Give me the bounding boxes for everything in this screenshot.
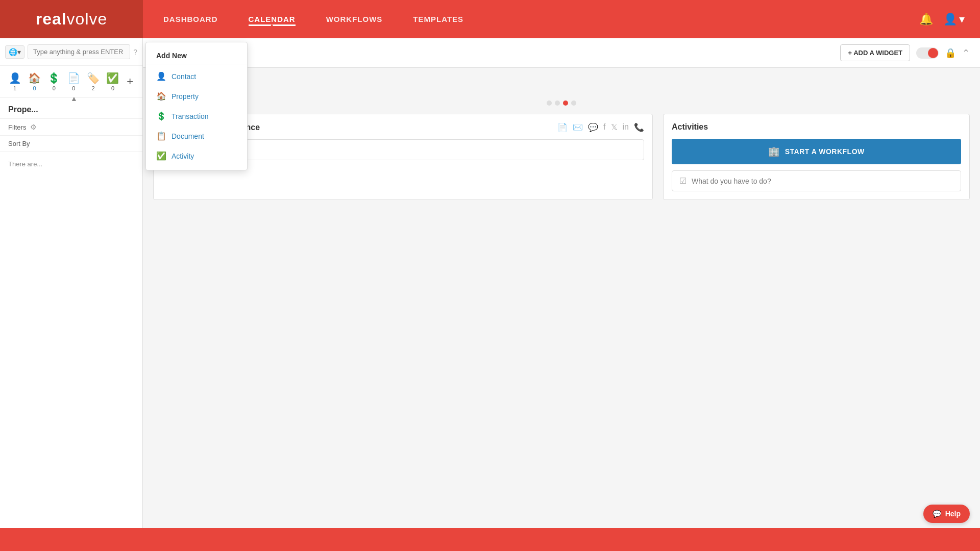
note-doc-icon[interactable]: 📄 bbox=[557, 122, 568, 132]
toggle-thumb bbox=[928, 48, 938, 58]
document-menu-icon: 📋 bbox=[156, 131, 165, 141]
globe-chevron-icon: ▾ bbox=[17, 48, 21, 56]
dot-1[interactable] bbox=[547, 101, 552, 106]
add-widget-button[interactable]: + ADD A WIDGET bbox=[840, 44, 910, 61]
user-dropdown-icon: ▾ bbox=[959, 13, 965, 26]
note-linkedin-icon[interactable]: in bbox=[623, 122, 629, 132]
info-bar: i bbox=[143, 68, 980, 92]
add-new-dropdown: Add New 👤 Contact 🏠 Property 💲 Transacti… bbox=[145, 42, 248, 170]
toggle-switch[interactable] bbox=[916, 47, 939, 59]
task-checkbox-icon: ☑ bbox=[679, 176, 687, 186]
nav-links: DASHBOARD CALENDAR ▲ WORKFLOWS TEMPLATES bbox=[143, 15, 919, 24]
notification-bell-icon[interactable]: 🔔 bbox=[919, 13, 933, 26]
note-chat-icon[interactable]: 💬 bbox=[588, 122, 598, 132]
properties-title: Prope... bbox=[8, 105, 38, 114]
icon-nav-contacts[interactable]: 👤 1 bbox=[5, 70, 24, 93]
icon-nav: 👤 1 🏠 0 💲 0 📄 0 🏷️ 2 ✅ 0 bbox=[0, 66, 142, 98]
note-input[interactable] bbox=[185, 146, 636, 154]
empty-list-text: There are... bbox=[0, 152, 142, 176]
contacts-count: 1 bbox=[13, 85, 16, 91]
contacts-icon: 👤 bbox=[9, 72, 21, 84]
note-email-icon[interactable]: ✉️ bbox=[573, 122, 583, 132]
icon-nav-tags[interactable]: 🏷️ 2 bbox=[83, 70, 103, 93]
nav-dashboard[interactable]: DASHBOARD bbox=[163, 15, 218, 23]
search-bar: 🌐 ▾ ? bbox=[0, 38, 142, 66]
nav-templates[interactable]: TEMPLATES bbox=[413, 15, 463, 23]
collapse-icon[interactable]: ⌃ bbox=[962, 47, 970, 59]
calendar-arrow-icon: ▲ bbox=[267, 21, 277, 31]
document-icon: 📄 bbox=[67, 72, 80, 84]
sort-label: Sort By bbox=[8, 140, 30, 147]
help-chat-icon: 💬 bbox=[933, 510, 941, 518]
globe-icon: 🌐 bbox=[9, 48, 17, 56]
contact-menu-icon: 👤 bbox=[156, 71, 165, 81]
tag-icon: 🏷️ bbox=[87, 72, 100, 84]
note-facebook-icon[interactable]: f bbox=[603, 122, 605, 132]
widget-bar: i + ADD A WIDGET 🔒 ⌃ bbox=[143, 38, 980, 68]
home-count: 0 bbox=[33, 85, 36, 91]
nav-calendar-wrapper: CALENDAR ▲ bbox=[249, 15, 296, 24]
nav-workflows[interactable]: WORKFLOWS bbox=[326, 15, 383, 23]
content-panels: Notes & Correspondence 📄 ✉️ 💬 f 𝕏 in 📞 📝 bbox=[143, 114, 980, 210]
document-label: Document bbox=[172, 132, 204, 140]
document-count: 0 bbox=[72, 85, 75, 91]
transaction-label: Transaction bbox=[172, 112, 209, 120]
filters-gear-icon[interactable]: ⚙ bbox=[30, 123, 37, 131]
dot-4[interactable] bbox=[571, 101, 576, 106]
dropdown-item-property[interactable]: 🏠 Property bbox=[146, 86, 247, 106]
main-content: i + ADD A WIDGET 🔒 ⌃ i bbox=[143, 38, 980, 551]
notes-icons: 📄 ✉️ 💬 f 𝕏 in 📞 bbox=[557, 122, 644, 132]
transaction-icon: 💲 bbox=[47, 72, 60, 84]
property-menu-icon: 🏠 bbox=[156, 91, 165, 101]
search-input[interactable] bbox=[28, 44, 130, 59]
dots-indicator bbox=[143, 92, 980, 114]
property-label: Property bbox=[172, 92, 199, 101]
note-twitter-icon[interactable]: 𝕏 bbox=[611, 122, 618, 132]
dot-2[interactable] bbox=[555, 101, 560, 106]
lock-icon[interactable]: 🔒 bbox=[945, 47, 956, 59]
user-avatar-icon: 👤 bbox=[943, 13, 957, 26]
add-new-btn[interactable]: + bbox=[122, 73, 137, 90]
dropdown-item-activity[interactable]: ✅ Activity bbox=[146, 146, 247, 166]
activities-title: Activities bbox=[672, 122, 961, 132]
dropdown-item-transaction[interactable]: 💲 Transaction bbox=[146, 106, 247, 126]
navbar: realvolve DASHBOARD CALENDAR ▲ WORKFLOWS… bbox=[0, 0, 980, 38]
toggle-track[interactable] bbox=[916, 47, 939, 59]
icon-nav-home[interactable]: 🏠 0 bbox=[24, 70, 44, 93]
icon-nav-transactions[interactable]: 💲 0 bbox=[44, 70, 64, 93]
globe-dropdown[interactable]: 🌐 ▾ bbox=[5, 45, 24, 59]
dropdown-item-contact[interactable]: 👤 Contact bbox=[146, 66, 247, 86]
dot-3-active[interactable] bbox=[563, 101, 568, 106]
transaction-count: 0 bbox=[53, 85, 56, 91]
task-input-row: ☑ bbox=[672, 170, 961, 191]
task-input[interactable] bbox=[692, 177, 953, 185]
workflow-icon: 🏢 bbox=[768, 146, 780, 157]
dropdown-item-document[interactable]: 📋 Document bbox=[146, 126, 247, 146]
activity-menu-icon: ✅ bbox=[156, 151, 165, 161]
help-button[interactable]: 💬 Help bbox=[923, 505, 970, 523]
check-icon: ✅ bbox=[106, 72, 119, 84]
help-label: Help bbox=[945, 510, 961, 518]
contact-label: Contact bbox=[172, 72, 196, 81]
workflow-btn-label: START A WORKFLOW bbox=[785, 147, 865, 156]
filters-label: Filters bbox=[8, 123, 26, 131]
dropdown-header: Add New bbox=[146, 46, 247, 64]
sort-row: Sort By bbox=[0, 136, 142, 152]
activities-panel: Activities 🏢 START A WORKFLOW ☑ bbox=[663, 114, 970, 200]
user-menu[interactable]: 👤 ▾ bbox=[943, 13, 965, 26]
page-layout: 🌐 ▾ ? 👤 1 🏠 0 💲 0 📄 0 bbox=[0, 38, 980, 551]
bottom-footer bbox=[0, 528, 980, 551]
search-help-icon[interactable]: ? bbox=[133, 48, 137, 56]
check-count: 0 bbox=[111, 85, 114, 91]
icon-nav-check[interactable]: ✅ 0 bbox=[103, 70, 122, 93]
sidebar: 🌐 ▾ ? 👤 1 🏠 0 💲 0 📄 0 bbox=[0, 38, 143, 551]
navbar-right: 🔔 👤 ▾ bbox=[919, 13, 980, 26]
start-workflow-button[interactable]: 🏢 START A WORKFLOW bbox=[672, 139, 961, 164]
logo-container[interactable]: realvolve bbox=[0, 0, 143, 38]
nav-up-arrow-icon: ▲ bbox=[70, 94, 78, 103]
tag-count: 2 bbox=[92, 85, 95, 91]
home-icon: 🏠 bbox=[28, 72, 41, 84]
icon-nav-documents[interactable]: 📄 0 bbox=[64, 70, 83, 93]
note-phone-icon[interactable]: 📞 bbox=[634, 122, 644, 132]
filters-row: Filters ⚙ bbox=[0, 119, 142, 136]
